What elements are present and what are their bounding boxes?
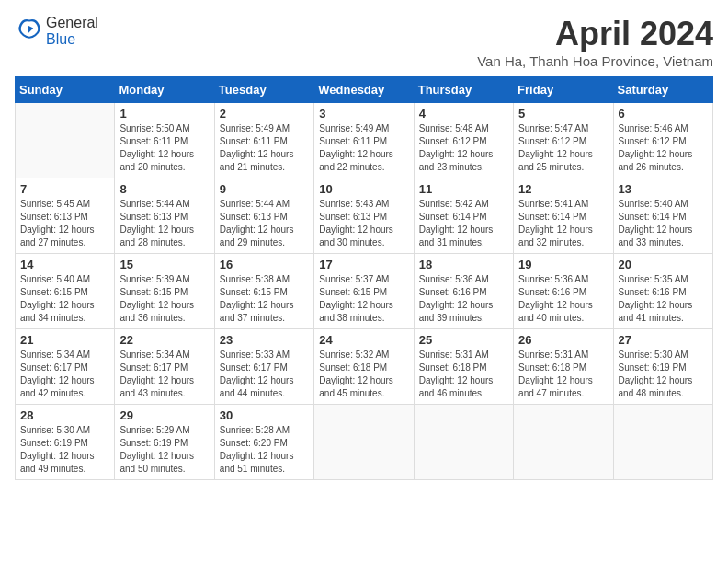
calendar-header-row: SundayMondayTuesdayWednesdayThursdayFrid…: [16, 77, 713, 103]
calendar-cell: 13Sunrise: 5:40 AMSunset: 6:14 PMDayligh…: [613, 178, 712, 254]
day-number: 3: [319, 107, 408, 121]
day-number: 23: [220, 333, 309, 347]
logo-general-text: General: [46, 15, 98, 30]
day-number: 7: [20, 182, 109, 196]
calendar-cell: 12Sunrise: 5:41 AMSunset: 6:14 PMDayligh…: [514, 178, 613, 254]
day-number: 1: [119, 107, 209, 121]
calendar-cell: 9Sunrise: 5:44 AMSunset: 6:13 PMDaylight…: [214, 178, 313, 254]
calendar-cell: 15Sunrise: 5:39 AMSunset: 6:15 PMDayligh…: [115, 254, 214, 329]
calendar-cell: 25Sunrise: 5:31 AMSunset: 6:18 PMDayligh…: [414, 329, 513, 405]
calendar-week-row: 28Sunrise: 5:30 AMSunset: 6:19 PMDayligh…: [16, 405, 713, 480]
day-number: 8: [119, 182, 209, 196]
calendar-cell: 1Sunrise: 5:50 AMSunset: 6:11 PMDaylight…: [115, 103, 214, 178]
day-number: 18: [419, 258, 508, 271]
day-number: 13: [619, 182, 708, 196]
day-number: 2: [220, 107, 309, 121]
day-number: 28: [20, 408, 109, 422]
day-info: Sunrise: 5:31 AMSunset: 6:18 PMDaylight:…: [518, 349, 608, 400]
title-block: April 2024 Van Ha, Thanh Hoa Province, V…: [477, 15, 713, 69]
day-info: Sunrise: 5:40 AMSunset: 6:14 PMDaylight:…: [619, 198, 708, 249]
day-number: 12: [518, 182, 608, 196]
day-number: 11: [419, 182, 508, 196]
calendar-cell: [16, 103, 115, 178]
calendar-cell: 6Sunrise: 5:46 AMSunset: 6:12 PMDaylight…: [613, 103, 712, 178]
calendar-cell: 19Sunrise: 5:36 AMSunset: 6:16 PMDayligh…: [514, 254, 613, 329]
day-number: 4: [419, 107, 508, 121]
day-info: Sunrise: 5:33 AMSunset: 6:17 PMDaylight:…: [220, 349, 309, 400]
calendar-cell: 8Sunrise: 5:44 AMSunset: 6:13 PMDaylight…: [115, 178, 214, 254]
weekday-header: Friday: [514, 77, 613, 103]
day-info: Sunrise: 5:36 AMSunset: 6:16 PMDaylight:…: [419, 273, 508, 325]
day-info: Sunrise: 5:31 AMSunset: 6:18 PMDaylight:…: [419, 349, 508, 400]
calendar-cell: 30Sunrise: 5:28 AMSunset: 6:20 PMDayligh…: [214, 405, 313, 480]
weekday-header: Sunday: [16, 77, 115, 103]
calendar-cell: 3Sunrise: 5:49 AMSunset: 6:11 PMDaylight…: [314, 103, 414, 178]
calendar-cell: 27Sunrise: 5:30 AMSunset: 6:19 PMDayligh…: [613, 329, 712, 405]
calendar-cell: 7Sunrise: 5:45 AMSunset: 6:13 PMDaylight…: [16, 178, 115, 254]
day-number: 30: [220, 408, 309, 422]
day-info: Sunrise: 5:42 AMSunset: 6:14 PMDaylight:…: [419, 198, 508, 249]
day-info: Sunrise: 5:37 AMSunset: 6:15 PMDaylight:…: [319, 273, 408, 325]
day-info: Sunrise: 5:46 AMSunset: 6:12 PMDaylight:…: [619, 122, 708, 174]
calendar-week-row: 21Sunrise: 5:34 AMSunset: 6:17 PMDayligh…: [16, 329, 713, 405]
calendar-week-row: 14Sunrise: 5:40 AMSunset: 6:15 PMDayligh…: [16, 254, 713, 329]
day-info: Sunrise: 5:30 AMSunset: 6:19 PMDaylight:…: [20, 424, 109, 476]
weekday-header: Tuesday: [214, 77, 313, 103]
calendar-cell: 18Sunrise: 5:36 AMSunset: 6:16 PMDayligh…: [414, 254, 513, 329]
day-info: Sunrise: 5:44 AMSunset: 6:13 PMDaylight:…: [220, 198, 309, 249]
calendar-cell: [414, 405, 513, 480]
location: Van Ha, Thanh Hoa Province, Vietnam: [477, 53, 713, 69]
day-info: Sunrise: 5:49 AMSunset: 6:11 PMDaylight:…: [319, 122, 408, 174]
day-info: Sunrise: 5:30 AMSunset: 6:19 PMDaylight:…: [619, 349, 708, 400]
calendar-cell: 17Sunrise: 5:37 AMSunset: 6:15 PMDayligh…: [314, 254, 414, 329]
day-number: 10: [319, 182, 408, 196]
day-info: Sunrise: 5:49 AMSunset: 6:11 PMDaylight:…: [220, 122, 309, 174]
calendar-cell: [314, 405, 414, 480]
day-number: 15: [119, 258, 209, 271]
day-number: 19: [518, 258, 608, 271]
weekday-header: Monday: [115, 77, 214, 103]
weekday-header: Saturday: [613, 77, 712, 103]
calendar-cell: 14Sunrise: 5:40 AMSunset: 6:15 PMDayligh…: [16, 254, 115, 329]
logo-blue-text: Blue: [46, 31, 75, 47]
day-info: Sunrise: 5:47 AMSunset: 6:12 PMDaylight:…: [518, 122, 608, 174]
day-number: 22: [119, 333, 209, 347]
calendar-week-row: 7Sunrise: 5:45 AMSunset: 6:13 PMDaylight…: [16, 178, 713, 254]
page-header: General Blue April 2024 Van Ha, Thanh Ho…: [15, 15, 713, 69]
day-info: Sunrise: 5:39 AMSunset: 6:15 PMDaylight:…: [119, 273, 209, 325]
calendar-cell: [514, 405, 613, 480]
calendar-cell: 2Sunrise: 5:49 AMSunset: 6:11 PMDaylight…: [214, 103, 313, 178]
day-info: Sunrise: 5:44 AMSunset: 6:13 PMDaylight:…: [119, 198, 209, 249]
day-number: 9: [220, 182, 309, 196]
day-info: Sunrise: 5:45 AMSunset: 6:13 PMDaylight:…: [20, 198, 109, 249]
day-info: Sunrise: 5:32 AMSunset: 6:18 PMDaylight:…: [319, 349, 408, 400]
day-number: 17: [319, 258, 408, 271]
day-number: 14: [20, 258, 109, 271]
weekday-header: Thursday: [414, 77, 513, 103]
calendar-cell: 5Sunrise: 5:47 AMSunset: 6:12 PMDaylight…: [514, 103, 613, 178]
day-info: Sunrise: 5:40 AMSunset: 6:15 PMDaylight:…: [20, 273, 109, 325]
day-number: 21: [20, 333, 109, 347]
day-number: 16: [220, 258, 309, 271]
day-info: Sunrise: 5:28 AMSunset: 6:20 PMDaylight:…: [220, 424, 309, 476]
calendar-cell: 28Sunrise: 5:30 AMSunset: 6:19 PMDayligh…: [16, 405, 115, 480]
calendar-week-row: 1Sunrise: 5:50 AMSunset: 6:11 PMDaylight…: [16, 103, 713, 178]
day-info: Sunrise: 5:35 AMSunset: 6:16 PMDaylight:…: [619, 273, 708, 325]
calendar-cell: 21Sunrise: 5:34 AMSunset: 6:17 PMDayligh…: [16, 329, 115, 405]
calendar-table: SundayMondayTuesdayWednesdayThursdayFrid…: [15, 76, 713, 480]
day-info: Sunrise: 5:29 AMSunset: 6:19 PMDaylight:…: [119, 424, 209, 476]
calendar-cell: 20Sunrise: 5:35 AMSunset: 6:16 PMDayligh…: [613, 254, 712, 329]
day-info: Sunrise: 5:34 AMSunset: 6:17 PMDaylight:…: [119, 349, 209, 400]
logo-icon: [17, 17, 42, 42]
calendar-cell: 24Sunrise: 5:32 AMSunset: 6:18 PMDayligh…: [314, 329, 414, 405]
day-number: 6: [619, 107, 708, 121]
day-info: Sunrise: 5:41 AMSunset: 6:14 PMDaylight:…: [518, 198, 608, 249]
calendar-cell: 23Sunrise: 5:33 AMSunset: 6:17 PMDayligh…: [214, 329, 313, 405]
day-info: Sunrise: 5:38 AMSunset: 6:15 PMDaylight:…: [220, 273, 309, 325]
calendar-cell: 11Sunrise: 5:42 AMSunset: 6:14 PMDayligh…: [414, 178, 513, 254]
day-number: 25: [419, 333, 508, 347]
day-number: 5: [518, 107, 608, 121]
day-number: 20: [619, 258, 708, 271]
calendar-cell: [613, 405, 712, 480]
day-number: 24: [319, 333, 408, 347]
